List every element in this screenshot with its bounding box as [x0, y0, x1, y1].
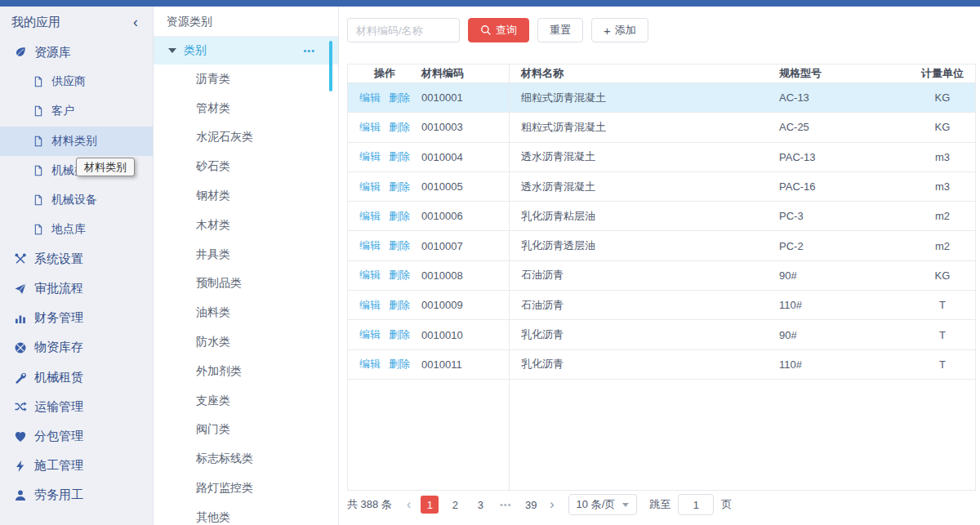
table-header-row: 操作 材料编码 材料名称 规格型号 计量单位 [348, 65, 975, 83]
sidebar-item-location-library[interactable]: 地点库 [0, 215, 153, 244]
cell-name: 透水沥青混凝土 [509, 149, 779, 164]
tree-item[interactable]: 油料类 [154, 298, 338, 327]
add-button[interactable]: + 添加 [591, 18, 648, 42]
materials-table: 操作 材料编码 材料名称 规格型号 计量单位 编辑删除 0010001 细粒式沥… [347, 64, 976, 491]
tree-item[interactable]: 井具类 [154, 240, 338, 269]
tree-item[interactable]: 沥青类 [154, 65, 338, 94]
delete-link[interactable]: 删除 [389, 91, 410, 105]
cell-unit: KG [910, 121, 975, 133]
edit-link[interactable]: 编辑 [359, 298, 381, 313]
chevron-right-icon[interactable]: › [547, 498, 556, 511]
delete-link[interactable]: 删除 [389, 357, 410, 372]
delete-link[interactable]: 删除 [389, 298, 410, 313]
pagination-total: 共 388 条 [347, 497, 392, 512]
edit-link[interactable]: 编辑 [359, 209, 381, 224]
col-header-actions: 操作 [348, 66, 421, 81]
tree-item[interactable]: 水泥石灰类 [154, 123, 338, 153]
sidebar-menu: 资源库 供应商 客户 材料类别 机械类别 机械设备 地点库 系统设置 [0, 38, 153, 510]
sidebar-item-label: 审批流程 [34, 281, 83, 296]
heart-icon [14, 430, 27, 443]
top-accent-bar [0, 0, 980, 7]
delete-link[interactable]: 删除 [389, 180, 410, 194]
sidebar-item-subcontract[interactable]: 分包管理 [0, 421, 153, 451]
collapse-sidebar-icon[interactable]: ‹ [133, 15, 138, 29]
tree-item[interactable]: 外加剂类 [154, 357, 338, 386]
search-icon [480, 24, 492, 36]
shuffle-icon [14, 400, 27, 413]
sidebar-item-material-category[interactable]: 材料类别 [0, 127, 153, 156]
sidebar-item-resource-library[interactable]: 资源库 [0, 38, 153, 67]
cell-name: 乳化沥青透层油 [509, 238, 779, 253]
pagination: 共 388 条 ‹ 1 2 3 ••• 39 › 10 条/页 跳至 页 [347, 492, 732, 518]
sidebar-item-construction[interactable]: 施工管理 [0, 452, 153, 481]
tree-item[interactable]: 预制品类 [154, 269, 338, 299]
delete-link[interactable]: 删除 [389, 268, 410, 283]
delete-link[interactable]: 删除 [389, 120, 410, 135]
tree-root-category[interactable]: 类别 ••• [154, 37, 338, 65]
chevron-left-icon[interactable]: ‹ [404, 498, 413, 511]
sidebar-item-finance[interactable]: 财务管理 [0, 304, 153, 333]
page-button-39[interactable]: 39 [522, 496, 540, 514]
edit-link[interactable]: 编辑 [359, 327, 381, 342]
search-input[interactable] [347, 18, 460, 42]
cell-unit: T [910, 329, 975, 341]
edit-link[interactable]: 编辑 [359, 268, 381, 283]
table-row[interactable]: 编辑删除 0010009 石油沥青 110# T [348, 291, 975, 320]
page-button-3[interactable]: 3 [471, 496, 489, 514]
table-row[interactable]: 编辑删除 0010010 乳化沥青 90# T [348, 320, 975, 349]
delete-link[interactable]: 删除 [389, 209, 410, 224]
table-row[interactable]: 编辑删除 0010007 乳化沥青透层油 PC-2 m2 [348, 231, 975, 260]
table-row[interactable]: 编辑删除 0010004 透水沥青混凝土 PAC-13 m3 [348, 143, 975, 172]
page-button-1[interactable]: 1 [421, 496, 439, 514]
edit-link[interactable]: 编辑 [359, 91, 381, 105]
page-size-select[interactable]: 10 条/页 [568, 494, 638, 515]
sidebar-item-system-settings[interactable]: 系统设置 [0, 244, 153, 274]
delete-link[interactable]: 删除 [389, 238, 410, 253]
table-row[interactable]: 编辑删除 0010011 乳化沥青 110# T [348, 350, 975, 380]
tree-item[interactable]: 防水类 [154, 327, 338, 357]
query-button[interactable]: 查询 [468, 18, 529, 42]
sidebar-item-machine-rental[interactable]: 机械租赁 [0, 363, 153, 392]
jump-page-input[interactable] [678, 494, 714, 515]
sidebar-item-approval-flow[interactable]: 审批流程 [0, 274, 153, 304]
tree-item[interactable]: 阀门类 [154, 416, 338, 445]
sidebar-item-inventory[interactable]: 物资库存 [0, 333, 153, 363]
sidebar-item-customers[interactable]: 客户 [0, 96, 153, 126]
reset-button[interactable]: 重置 [537, 18, 583, 42]
send-icon [14, 283, 27, 296]
tree-item[interactable]: 钢材类 [154, 181, 338, 211]
file-icon [33, 223, 44, 236]
edit-link[interactable]: 编辑 [359, 238, 381, 253]
file-icon [33, 164, 44, 177]
toolbar: 查询 重置 + 添加 [347, 18, 648, 42]
page-size-value: 10 条/页 [577, 497, 616, 512]
edit-link[interactable]: 编辑 [359, 149, 381, 164]
sidebar-item-labor[interactable]: 劳务用工 [0, 481, 153, 510]
delete-link[interactable]: 删除 [389, 149, 410, 164]
edit-link[interactable]: 编辑 [359, 120, 381, 135]
tree-item[interactable]: 其他类 [154, 503, 338, 525]
tree-item[interactable]: 支座类 [154, 386, 338, 416]
edit-link[interactable]: 编辑 [359, 357, 381, 372]
caret-down-icon[interactable] [168, 48, 176, 53]
tree-item[interactable]: 路灯监控类 [154, 474, 338, 503]
more-options-icon[interactable]: ••• [303, 46, 315, 56]
table-row[interactable]: 编辑删除 0010003 粗粒式沥青混凝土 AC-25 KG [348, 113, 975, 142]
sidebar-item-machine-equipment[interactable]: 机械设备 [0, 185, 153, 215]
table-row[interactable]: 编辑删除 0010006 乳化沥青粘层油 PC-3 m2 [348, 202, 975, 231]
table-row[interactable]: 编辑删除 0010008 石油沥青 90# KG [348, 261, 975, 291]
table-row[interactable]: 编辑删除 0010001 细粒式沥青混凝土 AC-13 KG [348, 83, 975, 113]
scrollbar-thumb[interactable] [329, 41, 332, 91]
tree-item[interactable]: 砂石类 [154, 152, 338, 181]
tree-item[interactable]: 木材类 [154, 211, 338, 240]
tree-item[interactable]: 标志标线类 [154, 444, 338, 474]
sidebar-item-transport[interactable]: 运输管理 [0, 392, 153, 421]
table-row[interactable]: 编辑删除 0010005 透水沥青混凝土 PAC-16 m3 [348, 172, 975, 202]
edit-link[interactable]: 编辑 [359, 180, 381, 194]
sidebar-item-suppliers[interactable]: 供应商 [0, 67, 153, 96]
delete-link[interactable]: 删除 [389, 327, 410, 342]
tree-item[interactable]: 管材类 [154, 94, 338, 123]
ellipsis-pages-icon[interactable]: ••• [497, 496, 514, 514]
page-button-2[interactable]: 2 [446, 496, 464, 514]
sidebar-item-label: 施工管理 [34, 458, 83, 474]
